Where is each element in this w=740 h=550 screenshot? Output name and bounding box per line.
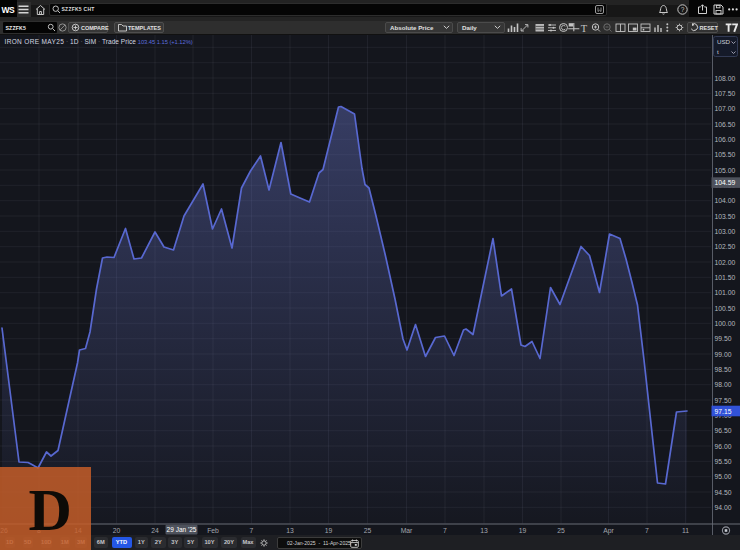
svg-text:7: 7 — [443, 527, 447, 534]
svg-text:25: 25 — [364, 527, 372, 534]
svg-text:29 Jan '25: 29 Jan '25 — [167, 526, 197, 533]
svg-text:97.50: 97.50 — [715, 397, 732, 404]
svg-text:101.00: 101.00 — [715, 289, 736, 296]
svg-text:94.00: 94.00 — [715, 504, 732, 511]
svg-text:104.59: 104.59 — [715, 179, 736, 186]
svg-text:107.50: 107.50 — [715, 90, 736, 97]
svg-text:101.50: 101.50 — [715, 274, 736, 281]
svg-text:104.00: 104.00 — [715, 197, 736, 204]
svg-text:13: 13 — [286, 527, 294, 534]
svg-text:25: 25 — [557, 527, 565, 534]
svg-text:Apr: Apr — [603, 527, 614, 535]
svg-text:103.00: 103.00 — [715, 228, 736, 235]
svg-text:Mar: Mar — [401, 527, 413, 534]
svg-text:99.00: 99.00 — [715, 351, 732, 358]
svg-text:7: 7 — [645, 527, 649, 534]
svg-text:?: ? — [681, 6, 685, 13]
svg-text:99.50: 99.50 — [715, 335, 732, 342]
svg-text:94.50: 94.50 — [715, 489, 732, 496]
svg-text:105.50: 105.50 — [715, 151, 736, 158]
svg-text:t: t — [717, 48, 719, 55]
svg-text:108.00: 108.00 — [715, 75, 736, 82]
svg-text:Feb: Feb — [207, 527, 219, 534]
svg-text:24: 24 — [151, 527, 159, 534]
svg-text:95.00: 95.00 — [715, 473, 732, 480]
svg-text:98.50: 98.50 — [715, 366, 732, 373]
svg-text:100.00: 100.00 — [715, 320, 736, 327]
svg-text:20: 20 — [113, 527, 121, 534]
svg-text:102.00: 102.00 — [715, 259, 736, 266]
svg-text:106.50: 106.50 — [715, 121, 736, 128]
svg-text:106.00: 106.00 — [715, 136, 736, 143]
svg-text:105.00: 105.00 — [715, 167, 736, 174]
svg-text:96.50: 96.50 — [715, 427, 732, 434]
svg-text:97.15: 97.15 — [715, 408, 732, 415]
svg-text:7: 7 — [250, 527, 254, 534]
svg-text:96.00: 96.00 — [715, 443, 732, 450]
svg-text:13: 13 — [480, 527, 488, 534]
svg-text:11: 11 — [682, 527, 689, 534]
svg-text:T: T — [581, 23, 588, 34]
svg-text:102.50: 102.50 — [715, 243, 736, 250]
svg-text:95.50: 95.50 — [715, 458, 732, 465]
svg-text:107.00: 107.00 — [715, 105, 736, 112]
svg-text:100.50: 100.50 — [715, 305, 736, 312]
svg-text:USD: USD — [717, 38, 731, 45]
svg-text:103.50: 103.50 — [715, 213, 736, 220]
svg-text:98.00: 98.00 — [715, 381, 732, 388]
svg-text:19: 19 — [519, 527, 527, 534]
svg-text:19: 19 — [325, 527, 333, 534]
